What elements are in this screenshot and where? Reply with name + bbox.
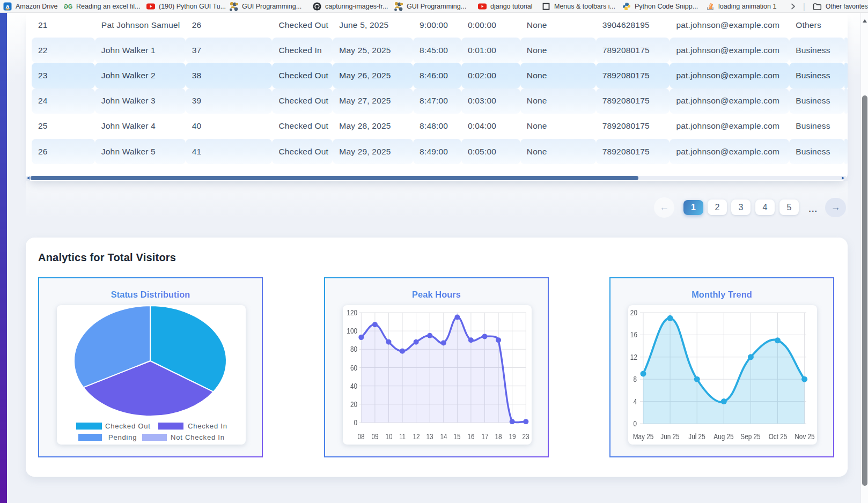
svg-text:a: a bbox=[6, 3, 10, 9]
svg-text:G: G bbox=[68, 3, 72, 9]
svg-text:G: G bbox=[64, 3, 68, 9]
